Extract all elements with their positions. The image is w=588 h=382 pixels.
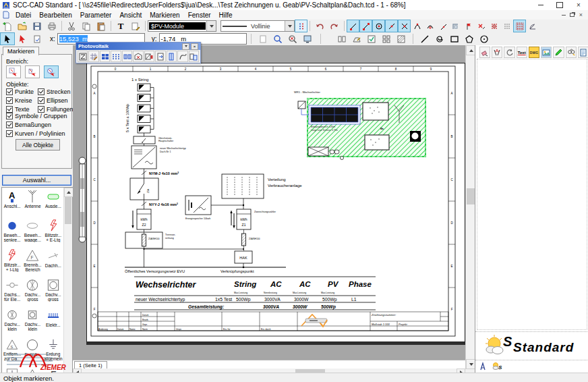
roof-edit-button[interactable] — [349, 32, 364, 45]
pen-icon[interactable] — [553, 47, 564, 58]
snap-remove-icon[interactable] — [475, 20, 488, 32]
pv-frame-icon[interactable] — [78, 51, 88, 62]
drawing-canvas[interactable]: 0123456789 ABCDEF ABCDEF 1 x String 5 x … — [73, 45, 465, 360]
pv-module-pair-icon[interactable] — [122, 51, 132, 62]
auswahl-button[interactable]: Auswahl... — [2, 175, 71, 186]
compass-icon[interactable] — [478, 362, 488, 371]
pv-grid-edit-icon[interactable] — [88, 51, 98, 62]
preview-area[interactable] — [477, 59, 587, 330]
undo-button[interactable] — [312, 20, 327, 32]
mdi-restore-button[interactable] — [568, 11, 577, 18]
tile-windows-button[interactable] — [334, 32, 349, 45]
grid-points-red-icon[interactable] — [488, 20, 500, 32]
vertical-scrollbar[interactable] — [465, 45, 475, 369]
check-strecken[interactable]: Strecken — [38, 88, 69, 95]
check-kurven[interactable]: Kurven / Polylinien — [6, 130, 67, 137]
zoom-in-button[interactable] — [270, 32, 285, 45]
text-insert-button[interactable] — [128, 20, 143, 32]
menu-datei[interactable]: Datei — [11, 11, 35, 19]
pv-point-grid-icon[interactable] — [111, 51, 121, 62]
drawing-page[interactable]: 0123456789 ABCDEF ABCDEF 1 x String 5 x … — [86, 63, 465, 342]
circle-tool-button[interactable] — [477, 32, 492, 45]
select-single-mode-button[interactable] — [44, 65, 59, 78]
confirm-box-button[interactable] — [364, 32, 379, 45]
menu-parameter[interactable]: Parameter — [76, 11, 116, 19]
maximize-button[interactable] — [550, 1, 569, 10]
eraser-icon[interactable] — [479, 47, 490, 58]
snap-tangent-icon[interactable] — [411, 20, 423, 32]
snap-intersection-icon[interactable] — [398, 20, 411, 32]
copy-button[interactable] — [79, 20, 94, 32]
protractor-icon[interactable] — [526, 20, 539, 32]
palette-item-dachventilator-eckig-gross[interactable]: Dachv...gross — [43, 278, 63, 302]
grid-active-icon[interactable] — [513, 20, 526, 32]
layer-dropdown-arrow[interactable] — [206, 21, 216, 31]
text-tool-button[interactable]: T — [113, 20, 128, 32]
redo-button[interactable] — [327, 20, 342, 32]
photovoltaik-toolbar-titlebar[interactable]: Photovoltaik × — [76, 43, 200, 50]
pv-panel-icon[interactable] — [167, 51, 177, 62]
check-symbole[interactable]: Symbole / Gruppen — [6, 113, 67, 119]
palette-scroll-thumb[interactable] — [65, 197, 71, 224]
menu-ansicht[interactable]: Ansicht — [115, 11, 146, 19]
group-grid-button[interactable] — [379, 32, 394, 45]
palette-item-brennbar[interactable]: FBrennb...Bereich — [22, 248, 42, 272]
check-texte[interactable]: Texte — [6, 106, 38, 113]
palette-item-bewehrung-senkrecht[interactable]: Beweh...senkre... — [2, 219, 22, 242]
check-bemassungen[interactable]: Bemaßungen — [6, 121, 67, 128]
cut-button[interactable] — [64, 20, 79, 32]
pv-roof-outline-icon[interactable] — [133, 51, 143, 62]
alle-objekte-button[interactable]: Alle Objekte — [16, 139, 60, 151]
scc-sun-icon[interactable]: S — [492, 362, 502, 371]
fit-screen-button[interactable] — [300, 32, 315, 45]
print-button[interactable] — [45, 20, 59, 32]
dwg-import-icon[interactable]: DWG — [529, 47, 539, 58]
hatch-button[interactable] — [394, 32, 409, 45]
rect-tool-button[interactable] — [447, 32, 462, 45]
pv-inverter-icon[interactable] — [144, 51, 154, 62]
palette-item-elektro[interactable]: Elektr... — [43, 308, 63, 331]
grid-points-icon[interactable] — [500, 20, 513, 32]
paste-button[interactable] — [94, 20, 109, 32]
menu-hilfe[interactable]: Hilfe — [215, 11, 237, 19]
palette-item-blitzstrom-i[interactable]: Blitzstr...+ I-Ltg — [2, 248, 22, 272]
search-icon[interactable] — [566, 47, 577, 58]
pen-width-button[interactable] — [295, 20, 307, 32]
palette-item-blitzstrom-e[interactable]: Blitzstr...+ E-Ltg — [43, 219, 63, 242]
new-file-button[interactable] — [0, 20, 15, 32]
pv-copy-field-icon[interactable] — [189, 51, 199, 62]
palette-item-ausdehnung[interactable]: Ausde... — [43, 189, 63, 213]
snap-circle-icon[interactable] — [372, 20, 385, 32]
menu-fenster[interactable]: Fenster — [184, 11, 215, 19]
palette-item-dachventilator-eckig-klein[interactable]: Dachv...klein — [22, 308, 42, 331]
close-button[interactable]: × — [569, 1, 588, 10]
polygon-tool-button[interactable] — [462, 32, 477, 45]
linestyle-select[interactable]: Vollinie — [220, 20, 295, 32]
line-tool-button[interactable] — [417, 32, 432, 45]
palette-item-bewehrung-waagerecht[interactable]: Beweh...waage... — [22, 219, 42, 242]
select-tool-button[interactable] — [0, 32, 15, 45]
palette-item-dachventilator-gross[interactable]: Dachv...gross — [22, 278, 42, 302]
zoom-window-button[interactable] — [256, 32, 270, 45]
check-punkte[interactable]: Punkte — [6, 88, 38, 95]
open-file-button[interactable] — [15, 20, 30, 32]
tab-markieren[interactable]: Markieren — [3, 47, 39, 55]
pv-connection-icon[interactable] — [155, 51, 165, 62]
sheet-tool-button[interactable] — [30, 32, 45, 45]
snap-center-icon[interactable] — [423, 20, 436, 32]
check-kreise[interactable]: Kreise — [6, 97, 38, 104]
image-icon[interactable] — [541, 47, 552, 58]
snap-endpoint-icon[interactable] — [347, 20, 359, 32]
snap-flag-icon[interactable] — [462, 20, 475, 32]
measure-icon[interactable] — [492, 47, 502, 58]
palette-scroll-up[interactable] — [64, 188, 74, 197]
palette-item-dachventilator-klein[interactable]: Dachv...klein — [2, 308, 22, 331]
palette-item-anschluss[interactable]: AAnschl... — [2, 189, 22, 213]
menu-bearbeiten[interactable]: Bearbeiten — [35, 11, 76, 19]
save-button[interactable] — [30, 20, 45, 32]
pv-string-cable-icon[interactable] — [177, 51, 187, 62]
mdi-minimize-button[interactable] — [559, 11, 568, 18]
check-fuellungen[interactable]: Füllungen — [38, 106, 69, 113]
report-icon[interactable] — [578, 47, 588, 58]
snap-nearest-icon[interactable] — [436, 20, 449, 32]
